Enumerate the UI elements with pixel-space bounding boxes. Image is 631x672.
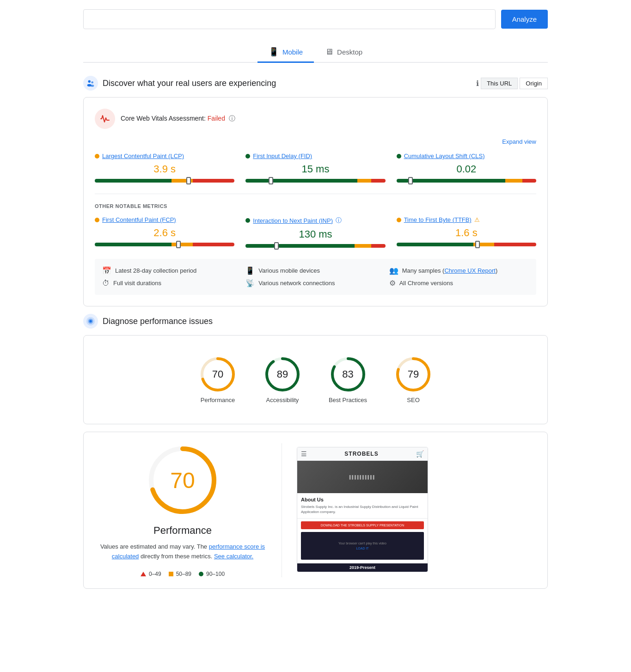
calendar-icon: 📅 [102,266,111,275]
desktop-icon: 🖥 [325,47,333,57]
real-users-icon [83,76,98,91]
screenshot-mockup: ☰ STROBELS 🛒 ▌▌▌▌▌▌▌▌▌▌ About Us Strobel… [297,447,428,572]
svg-point-0 [88,80,91,83]
fcp-value: 2.6 s [95,227,234,239]
fid-dot [245,154,250,159]
cwv-card: Core Web Vitals Assessment: Failed ⓘ Exp… [83,97,548,306]
this-url-button[interactable]: This URL [481,78,518,89]
fid-link[interactable]: First Input Delay (FID) [253,153,312,159]
timer-icon: ⏱ [102,279,110,287]
fid-bar [245,179,385,183]
screenshot-header: ☰ STROBELS 🛒 [297,447,428,461]
cwv-title-area: Core Web Vitals Assessment: Failed ⓘ [121,115,235,123]
score-accessibility: 89 Accessibility [264,356,301,403]
score-legend: 0–49 50–89 90–100 [141,571,225,577]
about-title: About Us [301,497,424,502]
meta-network: 📡 Various network connections [245,279,385,287]
vertical-divider [282,443,282,577]
chrome-ux-link[interactable]: Chrome UX Report [444,267,496,274]
big-performance-circle: 70 [146,443,220,517]
info-icon[interactable]: ℹ [476,79,479,88]
best-practices-score: 83 [342,368,353,380]
cart-icon: 🛒 [416,450,424,458]
cls-link[interactable]: Cumulative Layout Shift (CLS) [404,153,485,159]
chrome-icon: ⚙ [389,279,396,287]
cwv-icon [95,109,115,129]
metrics-divider [95,194,536,194]
fcp-bar [95,243,234,246]
tab-desktop-label: Desktop [337,48,362,56]
meta-visit-durations: ⏱ Full visit durations [102,279,242,287]
url-bar: https://www.strobelssupply.com/about-us/… [83,9,548,29]
inp-dot [245,218,250,223]
screenshot-body: ▌▌▌▌▌▌▌▌▌▌ About Us Strobels Supply Inc.… [297,461,428,572]
meta-collection-period: 📅 Latest 28-day collection period [102,266,242,275]
average-icon [169,572,173,576]
device-tabs: 📱 Mobile 🖥 Desktop [83,42,548,63]
meta-mobile-devices: 📱 Various mobile devices [245,266,385,275]
legend-fail: 0–49 [141,571,161,577]
cls-dot [397,154,401,159]
seo-circle: 79 [395,356,432,393]
fid-value: 15 ms [245,163,385,175]
url-origin-switcher: ℹ This URL Origin [476,78,548,89]
lcp-value: 3.9 s [95,163,234,175]
metric-lcp: Largest Contentful Paint (LCP) 3.9 s [95,153,234,184]
score-seo: 79 SEO [395,356,432,403]
analyze-button[interactable]: Analyze [501,10,548,29]
diagnose-icon [83,314,98,329]
main-metrics-grid: Largest Contentful Paint (LCP) 3.9 s Fir… [95,153,536,184]
calculator-link[interactable]: See calculator. [214,553,253,560]
cwv-header: Core Web Vitals Assessment: Failed ⓘ [95,109,536,129]
screenshot-date: 2019-Present [297,563,428,572]
about-text: Strobels Supply Inc. is an Industrial Su… [301,504,424,514]
seo-score: 79 [408,368,419,380]
inp-link[interactable]: Interaction to Next Paint (INP) [253,217,333,224]
fcp-link[interactable]: First Contentful Paint (FCP) [102,216,176,223]
performance-score: 70 [212,368,223,380]
fail-icon [141,572,146,576]
metric-inp: Interaction to Next Paint (INP) ⓘ 130 ms [245,216,385,250]
ttfb-dot [397,218,401,222]
best-practices-label: Best Practices [329,397,367,403]
meta-chrome-versions: ⚙ All Chrome versions [389,279,529,287]
inp-info-icon[interactable]: ⓘ [336,216,342,225]
ttfb-bar [397,243,536,246]
url-input[interactable]: https://www.strobelssupply.com/about-us/ [83,9,496,29]
cwv-status: Failed [208,115,225,122]
ttfb-link[interactable]: Time to First Byte (TTFB) [404,216,472,223]
performance-detail-title: Performance [153,525,212,537]
mobile-icon: 📱 [269,47,279,57]
screenshot-download-btn: DOWNLOAD THE STROBELS SUPPLY PRESENTATIO… [301,521,424,529]
lcp-dot [95,154,99,159]
screenshot-hero: ▌▌▌▌▌▌▌▌▌▌ [297,461,428,493]
expand-view-link[interactable]: Expand view [95,138,536,145]
scores-card: 70 Performance 89 Accessibility [83,335,548,424]
metric-fid: First Input Delay (FID) 15 ms [245,153,385,184]
performance-description: Values are estimated and may vary. The p… [95,542,270,562]
metric-ttfb: Time to First Byte (TTFB) ⚠ 1.6 s [397,216,536,250]
tab-mobile-label: Mobile [282,48,303,56]
legend-pass: 90–100 [199,571,225,577]
tab-mobile[interactable]: 📱 Mobile [257,42,314,63]
performance-right: ☰ STROBELS 🛒 ▌▌▌▌▌▌▌▌▌▌ About Us Strobel… [293,443,432,577]
hamburger-icon: ☰ [301,450,307,458]
ttfb-value: 1.6 s [397,227,536,239]
performance-detail-section: 70 Performance Values are estimated and … [83,432,548,589]
lcp-link[interactable]: Largest Contentful Paint (LCP) [102,153,184,159]
inp-bar [245,244,385,248]
svg-point-1 [91,81,93,84]
metric-fcp: First Contentful Paint (FCP) 2.6 s [95,216,234,250]
cls-bar [397,179,536,183]
meta-info-grid: 📅 Latest 28-day collection period 📱 Vari… [95,259,536,295]
origin-button[interactable]: Origin [520,78,548,89]
cwv-info-icon[interactable]: ⓘ [229,115,235,122]
inp-value: 130 ms [245,228,385,240]
fcp-dot [95,218,99,222]
svg-point-3 [91,85,94,87]
screenshot-about: About Us Strobels Supply Inc. is an Indu… [297,493,428,519]
performance-left: 70 Performance Values are estimated and … [95,443,270,577]
seo-label: SEO [407,397,419,403]
tab-desktop[interactable]: 🖥 Desktop [314,42,374,63]
performance-top: 70 Performance Values are estimated and … [84,432,547,588]
